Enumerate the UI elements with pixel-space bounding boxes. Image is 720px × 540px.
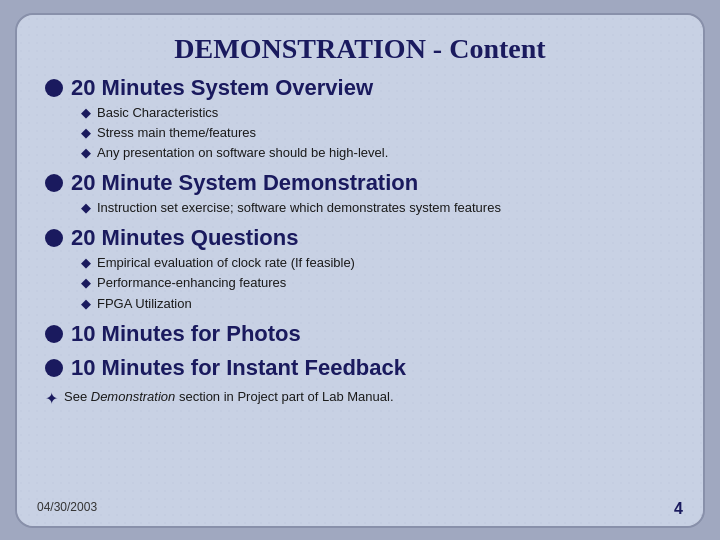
sub-bullet-1-1: ◆ Basic Characteristics <box>81 104 675 122</box>
sub-bullets-3: ◆ Empirical evaluation of clock rate (If… <box>81 254 675 313</box>
sub-bullet-2-1: ◆ Instruction set exercise; software whi… <box>81 199 675 217</box>
slide-content: DEMONSTRATION - Content 20 Minutes Syste… <box>45 33 675 408</box>
sub-bullet-3-1: ◆ Empirical evaluation of clock rate (If… <box>81 254 675 272</box>
sub-bullet-text-2-1: Instruction set exercise; software which… <box>97 199 501 217</box>
note-text: See Demonstration section in Project par… <box>64 389 394 404</box>
main-bullet-text-2: 20 Minute System Demonstration <box>71 170 418 196</box>
sub-bullet-1-2: ◆ Stress main theme/features <box>81 124 675 142</box>
note-text-after: section in Project part of Lab Manual. <box>175 389 393 404</box>
circle-bullet-5 <box>45 359 63 377</box>
section-3: 20 Minutes Questions ◆ Empirical evaluat… <box>45 225 675 313</box>
main-bullet-text-1: 20 Minutes System Overview <box>71 75 373 101</box>
main-bullet-2: 20 Minute System Demonstration <box>45 170 675 196</box>
note-text-italic: Demonstration <box>91 389 176 404</box>
diamond-icon-1-2: ◆ <box>81 125 91 140</box>
main-bullet-5: 10 Minutes for Instant Feedback <box>45 355 675 381</box>
diamond-icon-1-3: ◆ <box>81 145 91 160</box>
sub-bullet-text-3-2: Performance-enhancing features <box>97 274 286 292</box>
diamond-icon-2-1: ◆ <box>81 200 91 215</box>
star-icon: ✦ <box>45 389 58 408</box>
section-2: 20 Minute System Demonstration ◆ Instruc… <box>45 170 675 217</box>
diamond-icon-3-3: ◆ <box>81 296 91 311</box>
diamond-icon-1-1: ◆ <box>81 105 91 120</box>
sub-bullet-text-3-3: FPGA Utilization <box>97 295 192 313</box>
main-bullet-text-5: 10 Minutes for Instant Feedback <box>71 355 406 381</box>
diamond-icon-3-1: ◆ <box>81 255 91 270</box>
sub-bullet-text-1-2: Stress main theme/features <box>97 124 256 142</box>
slide-title: DEMONSTRATION - Content <box>45 33 675 65</box>
main-bullet-text-4: 10 Minutes for Photos <box>71 321 301 347</box>
slide-footer: 04/30/2003 4 <box>37 500 683 518</box>
sub-bullets-2: ◆ Instruction set exercise; software whi… <box>81 199 675 217</box>
sub-bullet-text-1-1: Basic Characteristics <box>97 104 218 122</box>
sub-bullet-3-3: ◆ FPGA Utilization <box>81 295 675 313</box>
slide: DEMONSTRATION - Content 20 Minutes Syste… <box>15 13 705 528</box>
main-bullet-text-3: 20 Minutes Questions <box>71 225 298 251</box>
circle-bullet-1 <box>45 79 63 97</box>
circle-bullet-4 <box>45 325 63 343</box>
main-bullet-4: 10 Minutes for Photos <box>45 321 675 347</box>
main-bullet-3: 20 Minutes Questions <box>45 225 675 251</box>
note-text-before: See <box>64 389 91 404</box>
footer-page: 4 <box>674 500 683 518</box>
footer-date: 04/30/2003 <box>37 500 97 518</box>
main-bullet-1: 20 Minutes System Overview <box>45 75 675 101</box>
note-section: ✦ See Demonstration section in Project p… <box>45 389 675 408</box>
sub-bullet-text-1-3: Any presentation on software should be h… <box>97 144 388 162</box>
circle-bullet-2 <box>45 174 63 192</box>
sub-bullet-1-3: ◆ Any presentation on software should be… <box>81 144 675 162</box>
circle-bullet-3 <box>45 229 63 247</box>
section-5: 10 Minutes for Instant Feedback <box>45 355 675 381</box>
section-1: 20 Minutes System Overview ◆ Basic Chara… <box>45 75 675 163</box>
diamond-icon-3-2: ◆ <box>81 275 91 290</box>
sub-bullet-3-2: ◆ Performance-enhancing features <box>81 274 675 292</box>
sub-bullets-1: ◆ Basic Characteristics ◆ Stress main th… <box>81 104 675 163</box>
sub-bullet-text-3-1: Empirical evaluation of clock rate (If f… <box>97 254 355 272</box>
section-4: 10 Minutes for Photos <box>45 321 675 347</box>
